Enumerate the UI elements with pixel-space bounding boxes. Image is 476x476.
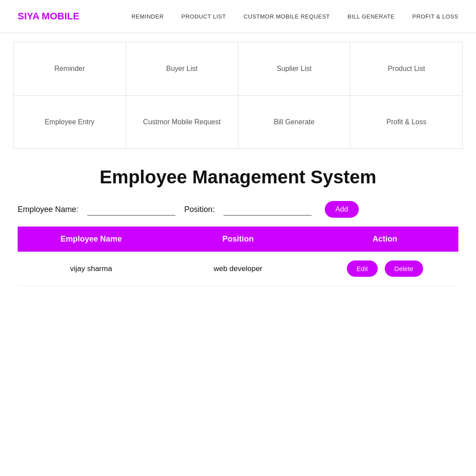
grid-cell-bill-generate[interactable]: Bill Generate [238, 96, 351, 149]
grid-cell-product-list[interactable]: Product List [350, 42, 462, 95]
th-action: Action [312, 227, 458, 252]
form-row: Employee Name: Position: Add [18, 201, 458, 218]
grid-row-1: Reminder Buyer List Suplier List Product… [14, 42, 462, 96]
nav-profit-loss[interactable]: PROFIT & LOSS [412, 13, 458, 20]
position-label: Position: [184, 205, 215, 214]
td-position: web developer [164, 256, 311, 282]
td-employee-name: vijay sharma [18, 256, 164, 282]
page-title: Employee Management System [18, 167, 458, 188]
table-row: vijay sharma web developer Edit Delete [18, 252, 458, 286]
brand[interactable]: SIYA MOBILE [18, 11, 79, 22]
grid-cell-supplier-list[interactable]: Suplier List [238, 42, 351, 95]
grid-section: Reminder Buyer List Suplier List Product… [13, 42, 463, 149]
grid-cell-employee-entry[interactable]: Employee Entry [14, 96, 126, 149]
td-actions: Edit Delete [312, 252, 458, 286]
th-employee-name: Employee Name [18, 227, 164, 252]
grid-cell-profit-loss[interactable]: Profit & Loss [350, 96, 462, 149]
nav-product-list[interactable]: PRODUCT LIST [182, 13, 226, 20]
navbar: SIYA MOBILE REMINDER PRODUCT LIST CUSTMO… [0, 0, 476, 33]
nav-bill-generate[interactable]: BILL GENERATE [348, 13, 395, 20]
nav-customer-mobile-request[interactable]: CUSTMOR MOBILE REQUEST [244, 13, 330, 20]
employee-name-input[interactable] [87, 204, 175, 216]
edit-button[interactable]: Edit [347, 260, 378, 277]
nav-links: REMINDER PRODUCT LIST CUSTMOR MOBILE REQ… [131, 12, 458, 20]
employee-table: Employee Name Position Action vijay shar… [18, 227, 458, 286]
nav-reminder[interactable]: REMINDER [131, 13, 164, 20]
main-content: Employee Management System Employee Name… [0, 158, 476, 295]
grid-row-2: Employee Entry Custmor Mobile Request Bi… [14, 96, 462, 149]
table-header: Employee Name Position Action [18, 227, 458, 252]
th-position: Position [164, 227, 311, 252]
employee-name-label: Employee Name: [18, 205, 78, 214]
grid-cell-reminder[interactable]: Reminder [14, 42, 126, 95]
position-input[interactable] [223, 204, 312, 216]
grid-cell-buyer-list[interactable]: Buyer List [126, 42, 238, 95]
grid-cell-customer-mobile-request[interactable]: Custmor Mobile Request [126, 96, 238, 149]
add-button[interactable]: Add [325, 201, 358, 218]
delete-button[interactable]: Delete [385, 260, 423, 277]
